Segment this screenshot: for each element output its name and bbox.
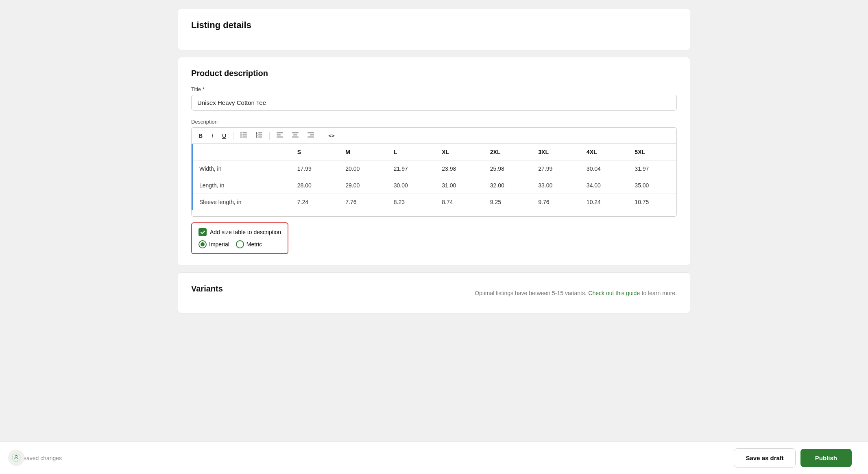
- table-row: Width, in 17.99 20.00 21.97 23.98 25.98 …: [192, 161, 677, 177]
- row-width-3xl: 27.99: [532, 161, 580, 177]
- imperial-radio[interactable]: [198, 240, 207, 248]
- svg-text:3.: 3.: [256, 136, 258, 138]
- variants-title: Variants: [191, 284, 223, 294]
- metric-label: Metric: [246, 241, 262, 248]
- ordered-list-button[interactable]: 1. 2. 3.: [252, 130, 266, 141]
- row-sleeve-xl: 8.74: [435, 194, 484, 211]
- row-length-xl: 31.00: [435, 177, 484, 194]
- svg-rect-14: [277, 137, 283, 137]
- size-table-header-m: M: [339, 144, 387, 161]
- svg-rect-3: [242, 133, 247, 133]
- variants-hint-area: Optimal listings have between 5-15 varia…: [475, 289, 677, 297]
- row-sleeve-m: 7.76: [339, 194, 387, 211]
- size-table-header-xl: XL: [435, 144, 484, 161]
- svg-rect-13: [277, 135, 281, 135]
- size-table-header-empty: [192, 144, 291, 161]
- metric-radio[interactable]: [236, 240, 244, 248]
- size-table-options: Add size table to description Imperial M…: [191, 222, 288, 254]
- row-width-s: 17.99: [291, 161, 339, 177]
- title-input[interactable]: [191, 95, 677, 111]
- table-row: Length, in 28.00 29.00 30.00 31.00 32.00…: [192, 177, 677, 194]
- row-length-5xl: 35.00: [628, 177, 676, 194]
- row-label-length: Length, in: [192, 177, 291, 194]
- variants-hint-suffix: to learn more.: [642, 290, 677, 296]
- underline-button[interactable]: U: [218, 130, 230, 141]
- description-toolbar: B I U 1. 2.: [191, 127, 677, 144]
- svg-rect-10: [258, 135, 262, 135]
- publish-button[interactable]: Publish: [800, 449, 852, 467]
- row-width-4xl: 30.04: [580, 161, 628, 177]
- align-right-button[interactable]: [304, 130, 318, 141]
- row-sleeve-l: 8.23: [387, 194, 436, 211]
- row-label-sleeve: Sleeve length, in: [192, 194, 291, 211]
- svg-point-22: [15, 457, 16, 457]
- italic-button[interactable]: I: [208, 130, 217, 141]
- description-label: Description: [191, 119, 677, 125]
- size-table-header-4xl: 4XL: [580, 144, 628, 161]
- row-width-2xl: 25.98: [484, 161, 532, 177]
- variants-guide-link[interactable]: Check out this guide: [588, 290, 640, 296]
- svg-rect-16: [293, 135, 297, 135]
- svg-point-2: [240, 137, 242, 138]
- svg-rect-4: [242, 135, 247, 135]
- code-button[interactable]: <>: [325, 130, 338, 141]
- variants-hint-text: Optimal listings have between 5-15 varia…: [475, 290, 587, 296]
- row-length-4xl: 34.00: [580, 177, 628, 194]
- row-length-s: 28.00: [291, 177, 339, 194]
- size-table-header-5xl: 5XL: [628, 144, 676, 161]
- size-table-header-3xl: 3XL: [532, 144, 580, 161]
- svg-rect-11: [258, 137, 262, 137]
- svg-rect-19: [310, 135, 314, 135]
- svg-point-1: [240, 135, 242, 136]
- toolbar-divider-3: [321, 132, 321, 140]
- svg-rect-12: [277, 133, 283, 133]
- row-length-l: 30.00: [387, 177, 436, 194]
- toolbar-divider-2: [269, 132, 270, 140]
- imperial-radio-option[interactable]: Imperial: [198, 240, 229, 248]
- svg-point-0: [240, 133, 242, 134]
- row-sleeve-4xl: 10.24: [580, 194, 628, 211]
- metric-radio-option[interactable]: Metric: [236, 240, 262, 248]
- row-width-5xl: 31.97: [628, 161, 676, 177]
- size-table-header-l: L: [387, 144, 436, 161]
- row-width-m: 20.00: [339, 161, 387, 177]
- svg-point-23: [17, 457, 18, 457]
- row-width-xl: 23.98: [435, 161, 484, 177]
- save-draft-button[interactable]: Save as draft: [734, 448, 795, 467]
- variants-card: Variants Optimal listings have between 5…: [178, 272, 690, 313]
- imperial-label: Imperial: [209, 241, 229, 248]
- svg-rect-17: [292, 137, 299, 137]
- size-table: S M L XL 2XL 3XL 4XL 5XL Width, in: [192, 144, 676, 210]
- toolbar-divider-1: [233, 132, 233, 140]
- row-label-width: Width, in: [192, 161, 291, 177]
- footer-bar: Unsaved changes Save as draft Publish: [0, 441, 868, 474]
- size-table-header-s: S: [291, 144, 339, 161]
- row-sleeve-5xl: 10.75: [628, 194, 676, 211]
- row-length-2xl: 32.00: [484, 177, 532, 194]
- add-size-table-label: Add size table to description: [210, 229, 281, 235]
- row-sleeve-3xl: 9.76: [532, 194, 580, 211]
- table-row: Sleeve length, in 7.24 7.76 8.23 8.74 9.…: [192, 194, 677, 211]
- size-table-header-2xl: 2XL: [484, 144, 532, 161]
- title-label: Title *: [191, 86, 677, 92]
- row-width-l: 21.97: [387, 161, 436, 177]
- row-sleeve-s: 7.24: [291, 194, 339, 211]
- product-description-title: Product description: [191, 69, 677, 78]
- avatar-button[interactable]: [8, 450, 24, 466]
- svg-rect-20: [308, 137, 314, 137]
- svg-rect-18: [308, 133, 314, 133]
- svg-rect-15: [292, 133, 299, 133]
- align-center-button[interactable]: [288, 130, 302, 141]
- row-length-3xl: 33.00: [532, 177, 580, 194]
- svg-rect-9: [258, 133, 262, 133]
- listing-details-title: Listing details: [191, 20, 677, 30]
- add-size-table-checkbox[interactable]: [198, 228, 207, 236]
- row-length-m: 29.00: [339, 177, 387, 194]
- unit-radio-group: Imperial Metric: [198, 240, 281, 248]
- bullet-list-button[interactable]: [237, 130, 251, 141]
- bold-button[interactable]: B: [195, 130, 206, 141]
- align-left-button[interactable]: [273, 130, 287, 141]
- svg-rect-5: [242, 137, 247, 137]
- row-sleeve-2xl: 9.25: [484, 194, 532, 211]
- description-editor[interactable]: S M L XL 2XL 3XL 4XL 5XL Width, in: [191, 144, 677, 217]
